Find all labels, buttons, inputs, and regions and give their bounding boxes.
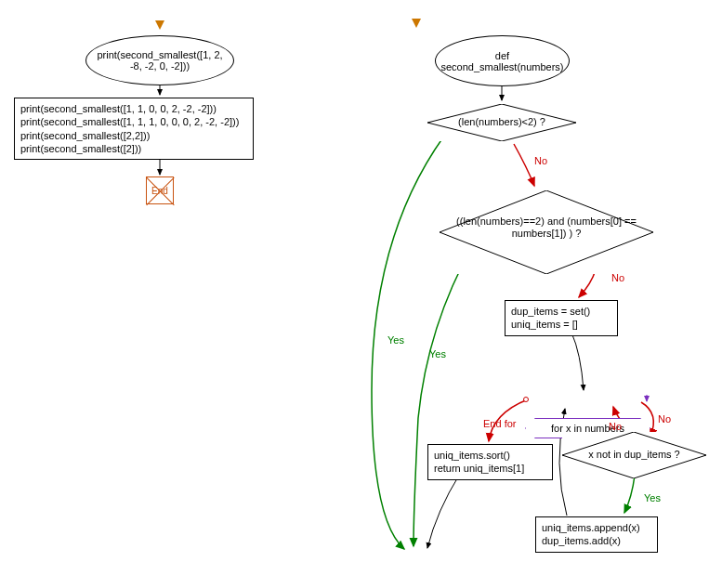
cond3-text: x not in dup_items ?	[562, 432, 706, 460]
append-line-2: dup_items.add(x)	[542, 534, 651, 547]
yes-label-1: Yes	[387, 334, 404, 346]
no-label-1: No	[534, 155, 547, 166]
endfor-label: End for	[483, 418, 516, 429]
prints-line-1: print(second_smallest([1, 1, 0, 0, 2, -2…	[20, 102, 247, 115]
loop-dot	[523, 397, 529, 402]
rect-append: uniq_items.append(x) dup_items.add(x)	[535, 516, 658, 553]
cond2-text: ((len(numbers)==2) and (numbers[0] == nu…	[456, 216, 637, 239]
ellipse-def: def second_smallest(numbers)	[435, 35, 570, 86]
rect-sort: uniq_items.sort() return uniq_items[1]	[427, 444, 553, 480]
end-left: End	[146, 176, 174, 204]
end-left-text: End	[151, 186, 168, 196]
prints-line-2: print(second_smallest([1, 1, 1, 0, 0, 0,…	[20, 115, 247, 128]
start-arrow-left	[155, 20, 164, 30]
yes-label-2: Yes	[429, 348, 446, 359]
no-label-2: No	[611, 272, 624, 283]
diamond-cond3-wrap: x not in dup_items ?	[562, 432, 706, 478]
def-text: def second_smallest(numbers)	[440, 50, 565, 72]
yes-label-3: Yes	[644, 492, 661, 503]
no-label-4: No	[609, 421, 622, 432]
start-arrow-right	[412, 19, 421, 28]
left-start-text: print(second_smallest([1, 2, -8, -2, 0, …	[90, 49, 230, 72]
prints-line-4: print(second_smallest([2]))	[20, 142, 247, 155]
cond1-text: (len(numbers)<2) ?	[427, 104, 576, 127]
no-label-3: No	[658, 413, 671, 425]
diamond-cond2-wrap: ((len(numbers)==2) and (numbers[0] == nu…	[440, 190, 653, 274]
append-line-1: uniq_items.append(x)	[542, 521, 651, 534]
rect-init: dup_items = set() uniq_items = []	[505, 300, 618, 336]
ellipse-left-start: print(second_smallest([1, 2, -8, -2, 0, …	[85, 35, 234, 85]
init-line-1: dup_items = set()	[511, 305, 611, 318]
sort-line-1: uniq_items.sort()	[434, 449, 546, 462]
prints-line-3: print(second_smallest([2,2]))	[20, 129, 247, 142]
rect-prints: print(second_smallest([1, 1, 0, 0, 2, -2…	[14, 98, 254, 160]
sort-line-2: return uniq_items[1]	[434, 462, 546, 475]
diamond-cond1-wrap: (len(numbers)<2) ?	[427, 104, 576, 141]
init-line-2: uniq_items = []	[511, 318, 611, 331]
